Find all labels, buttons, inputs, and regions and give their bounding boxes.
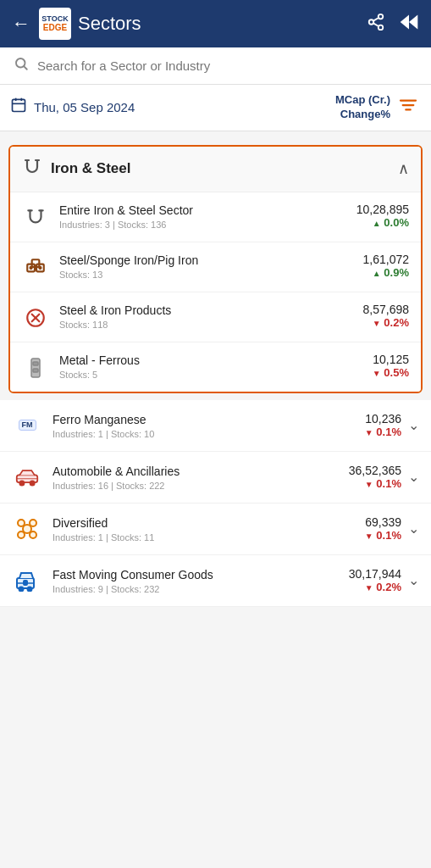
industry-info-1: Steel/Sponge Iron/Pig Iron Stocks: 13 <box>59 253 341 280</box>
sector-header-iron-steel[interactable]: Iron & Steel ∧ <box>10 147 421 192</box>
sector-row-info-fmcg: Fast Moving Consumer Goods Industries: 9… <box>52 567 334 594</box>
industry-meta-3: Stocks: 5 <box>59 370 341 380</box>
search-bar <box>0 47 431 85</box>
iron-steel-sector-icon <box>22 157 42 181</box>
filter-icon[interactable] <box>399 97 417 117</box>
date-label: Thu, 05 Sep 2024 <box>34 100 135 114</box>
calendar-icon <box>10 97 27 118</box>
sector-row-name-auto: Automobile & Ancillaries <box>52 464 334 479</box>
svg-line-8 <box>24 66 26 69</box>
sector-row-info-auto: Automobile & Ancillaries Industries: 16 … <box>52 464 334 491</box>
sector-row-info-ferro: Ferro Manganese Industries: 1 | Stocks: … <box>52 412 334 439</box>
sector-row-fmcg[interactable]: Fast Moving Consumer Goods Industries: 9… <box>0 555 431 607</box>
expanded-sector-iron-steel: Iron & Steel ∧ Entire Iron & Steel Secto… <box>8 145 423 393</box>
industry-row-1[interactable]: Steel/Sponge Iron/Pig Iron Stocks: 13 1,… <box>10 242 421 292</box>
sector-row-meta-auto: Industries: 16 | Stocks: 222 <box>52 481 334 491</box>
expanded-sector-title: Iron & Steel <box>51 160 398 177</box>
sponge-iron-icon <box>22 254 49 281</box>
svg-point-39 <box>30 531 36 538</box>
industry-info-3: Metal - Ferrous Stocks: 5 <box>59 353 341 380</box>
sector-expand-icon-ferro[interactable]: ⌄ <box>408 417 419 433</box>
svg-marker-6 <box>409 14 417 29</box>
svg-point-32 <box>19 481 24 485</box>
automobile-icon <box>12 462 42 492</box>
sector-row-info-diversified: Diversified Industries: 1 | Stocks: 11 <box>52 515 334 542</box>
industry-meta-2: Stocks: 118 <box>59 320 341 330</box>
app-logo: STOCK EDGE <box>39 8 71 40</box>
svg-point-23 <box>30 267 32 269</box>
industry-info-0: Entire Iron & Steel Sector Industries: 3… <box>59 203 341 230</box>
sector-row-meta-fmcg: Industries: 9 | Stocks: 232 <box>52 584 334 594</box>
svg-line-4 <box>373 17 379 20</box>
industry-row-2[interactable]: Steel & Iron Products Stocks: 118 8,57,6… <box>10 292 421 342</box>
svg-point-43 <box>28 587 32 591</box>
svg-rect-44 <box>24 581 27 585</box>
industry-name-1: Steel/Sponge Iron/Pig Iron <box>59 253 341 268</box>
metal-ferrous-icon <box>22 354 49 381</box>
svg-point-36 <box>18 520 25 526</box>
sector-row-values-ferro: 10,236 0.1% <box>334 412 401 438</box>
date-section: Thu, 05 Sep 2024 <box>10 97 135 118</box>
svg-rect-29 <box>33 362 38 365</box>
sector-row-automobile[interactable]: Automobile & Ancillaries Industries: 16 … <box>0 452 431 504</box>
rewind-icon[interactable] <box>399 13 419 36</box>
svg-rect-9 <box>13 100 25 112</box>
industry-values-3: 10,125 0.5% <box>341 353 409 379</box>
ferro-manganese-icon: FM <box>12 410 42 441</box>
sector-expand-icon-diversified[interactable]: ⌄ <box>408 520 419 537</box>
industry-row-3[interactable]: Metal - Ferrous Stocks: 5 10,125 0.5% <box>10 342 421 392</box>
industry-values-1: 1,61,072 0.9% <box>341 253 409 279</box>
svg-point-37 <box>30 520 36 526</box>
search-input[interactable] <box>37 58 417 73</box>
sector-row-name-diversified: Diversified <box>52 515 334 531</box>
fmcg-icon <box>12 565 42 596</box>
industry-info-2: Steel & Iron Products Stocks: 118 <box>59 303 341 330</box>
industry-values-2: 8,57,698 0.2% <box>341 303 409 329</box>
sector-expand-icon-auto[interactable]: ⌄ <box>408 469 419 485</box>
page-title: Sectors <box>78 13 367 35</box>
industry-row-0[interactable]: Entire Iron & Steel Sector Industries: 3… <box>10 192 421 242</box>
search-icon <box>14 56 29 75</box>
industry-name-3: Metal - Ferrous <box>59 353 341 368</box>
industry-values-0: 10,28,895 0.0% <box>341 203 409 229</box>
date-row: Thu, 05 Sep 2024 MCap (Cr.) Change% <box>0 85 431 131</box>
sector-row-meta-diversified: Industries: 1 | Stocks: 11 <box>52 532 334 542</box>
header-actions <box>367 13 419 36</box>
sector-list: Iron & Steel ∧ Entire Iron & Steel Secto… <box>0 131 431 614</box>
industry-meta-0: Industries: 3 | Stocks: 136 <box>59 220 341 230</box>
steel-iron-products-icon <box>22 304 49 331</box>
svg-marker-5 <box>401 14 409 29</box>
industry-meta-1: Stocks: 13 <box>59 270 341 280</box>
svg-line-3 <box>373 23 379 26</box>
svg-point-24 <box>39 267 41 269</box>
entire-sector-icon <box>22 204 49 231</box>
sector-row-values-fmcg: 30,17,944 0.2% <box>334 567 401 593</box>
svg-point-38 <box>18 531 25 538</box>
industry-name-2: Steel & Iron Products <box>59 303 341 318</box>
svg-rect-30 <box>33 369 38 372</box>
svg-point-33 <box>30 481 35 485</box>
diversified-icon <box>12 514 42 544</box>
sector-row-values-auto: 36,52,365 0.1% <box>334 464 401 490</box>
svg-point-42 <box>19 587 24 591</box>
mcap-filter-section: MCap (Cr.) Change% <box>335 93 417 122</box>
sector-row-meta-ferro: Industries: 1 | Stocks: 10 <box>52 429 334 439</box>
sector-row-diversified[interactable]: Diversified Industries: 1 | Stocks: 11 6… <box>0 504 431 555</box>
app-header: ← STOCK EDGE Sectors <box>0 0 431 47</box>
sector-row-name-ferro: Ferro Manganese <box>52 412 334 427</box>
sector-row-ferro-manganese[interactable]: FM Ferro Manganese Industries: 1 | Stock… <box>0 400 431 452</box>
sector-row-name-fmcg: Fast Moving Consumer Goods <box>52 567 334 582</box>
sector-collapse-icon[interactable]: ∧ <box>398 159 409 178</box>
sector-row-values-diversified: 69,339 0.1% <box>334 515 401 542</box>
share-icon[interactable] <box>367 13 385 36</box>
industry-name-0: Entire Iron & Steel Sector <box>59 203 341 218</box>
mcap-label: MCap (Cr.) Change% <box>335 93 390 122</box>
sector-expand-icon-fmcg[interactable]: ⌄ <box>408 572 419 588</box>
back-button[interactable]: ← <box>12 13 30 35</box>
